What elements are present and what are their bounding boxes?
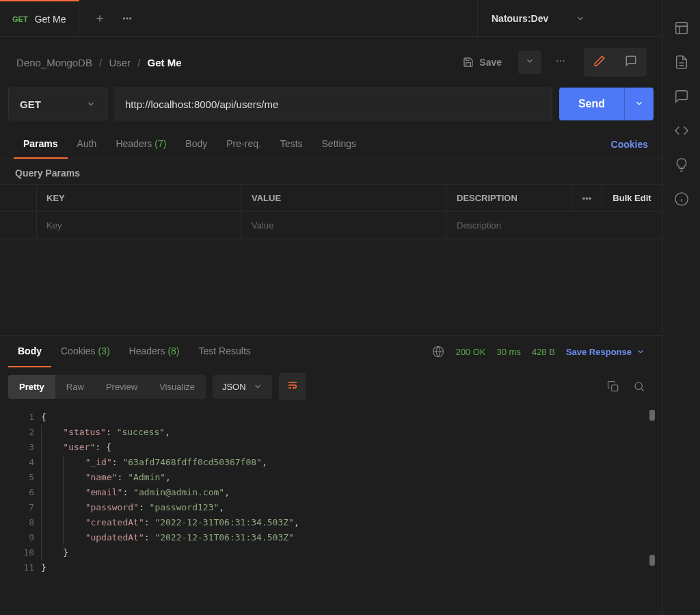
format-select[interactable]: JSON (213, 375, 272, 399)
breadcrumb-current: Get Me (148, 57, 182, 68)
param-key-input[interactable] (46, 220, 232, 231)
svg-point-1 (126, 18, 128, 19)
lightbulb-icon[interactable] (674, 157, 689, 172)
view-row: Pretty Raw Preview Visualize JSON (0, 367, 662, 406)
query-params-label: Query Params (0, 159, 662, 184)
svg-point-4 (560, 60, 561, 62)
params-table: KEY VALUE DESCRIPTION ••• Bulk Edit (0, 184, 662, 239)
send-options-button[interactable] (624, 88, 654, 120)
col-options-button[interactable]: ••• (571, 185, 602, 211)
tab-tests[interactable]: Tests (271, 130, 312, 159)
chevron-down-icon (525, 56, 535, 66)
environment-selector[interactable]: Natours:Dev (477, 0, 662, 36)
status-time: 30 ms (497, 347, 521, 357)
url-input[interactable] (125, 88, 541, 120)
breadcrumb-folder[interactable]: User (109, 57, 131, 68)
more-actions-button[interactable] (548, 50, 573, 75)
line-gutter: 1234567891011 (0, 406, 41, 615)
documentation-icon[interactable] (674, 55, 689, 70)
save-response-button[interactable]: Save Response (566, 347, 654, 357)
svg-rect-7 (612, 385, 618, 391)
code-icon[interactable] (674, 123, 689, 138)
method-select[interactable]: GET (8, 88, 107, 120)
col-value: VALUE (242, 185, 447, 211)
resp-tab-test-results[interactable]: Test Results (189, 336, 260, 367)
breadcrumb-row: Deno_MongoDB / User / Get Me Save (0, 37, 662, 88)
param-desc-input[interactable] (457, 220, 562, 231)
globe-icon[interactable] (432, 345, 444, 358)
code-content: { "status": "success", "user": { "_id": … (41, 406, 662, 615)
chevron-down-icon (576, 14, 585, 23)
env-quicklook-icon[interactable] (674, 21, 689, 36)
col-desc: DESCRIPTION (447, 185, 571, 211)
tab-params[interactable]: Params (14, 130, 68, 159)
cookies-link[interactable]: Cookies (611, 139, 648, 150)
view-visualize[interactable]: Visualize (148, 375, 206, 399)
scrollbar-thumb[interactable] (649, 410, 655, 421)
save-icon (463, 57, 474, 68)
tab-title: Get Me (35, 14, 66, 25)
tab-headers[interactable]: Headers (7) (106, 130, 176, 159)
chevron-down-icon (86, 99, 96, 109)
wrap-icon (287, 380, 298, 391)
wrap-lines-button[interactable] (279, 373, 306, 400)
bulk-edit-button[interactable]: Bulk Edit (602, 185, 662, 211)
environment-name: Natours:Dev (492, 13, 548, 24)
send-button[interactable]: Send (559, 88, 624, 120)
right-sidebar (662, 0, 700, 615)
view-pretty[interactable]: Pretty (8, 375, 55, 399)
tab-prereq[interactable]: Pre-req. (217, 130, 271, 159)
build-mode-button[interactable] (584, 48, 615, 77)
tab-options-icon[interactable] (122, 13, 133, 24)
method-label: GET (20, 99, 41, 110)
resp-tab-cookies[interactable]: Cookies (3) (51, 336, 120, 367)
copy-icon[interactable] (607, 380, 619, 393)
info-icon[interactable] (674, 192, 689, 207)
chevron-down-icon (634, 99, 644, 108)
response-tabs: Body Cookies (3) Headers (8) Test Result… (0, 335, 662, 367)
svg-point-0 (123, 18, 124, 19)
save-button[interactable]: Save (453, 51, 511, 73)
tab-auth[interactable]: Auth (68, 130, 107, 159)
view-raw[interactable]: Raw (55, 375, 95, 399)
breadcrumb-collection[interactable]: Deno_MongoDB (16, 57, 92, 68)
tab-settings[interactable]: Settings (312, 130, 366, 159)
resp-tab-headers[interactable]: Headers (8) (120, 336, 189, 367)
mode-toggle (584, 48, 647, 77)
response-body[interactable]: 1234567891011 { "status": "success", "us… (0, 406, 662, 615)
url-row: GET Send (0, 88, 662, 130)
request-tabs: Params Auth Headers (7) Body Pre-req. Te… (0, 130, 662, 159)
resp-tab-body[interactable]: Body (8, 336, 51, 367)
dots-icon (555, 55, 566, 66)
breadcrumb: Deno_MongoDB / User / Get Me (16, 57, 182, 68)
comment-mode-button[interactable] (615, 48, 647, 77)
chevron-down-icon (636, 347, 645, 356)
svg-point-3 (556, 60, 558, 62)
view-preview[interactable]: Preview (95, 375, 148, 399)
request-tab[interactable]: GET Get Me (0, 0, 79, 36)
svg-point-2 (129, 18, 131, 19)
new-tab-icon[interactable] (94, 13, 105, 24)
param-value-input[interactable] (252, 220, 437, 231)
tab-bar: GET Get Me Natours:Dev (0, 0, 662, 37)
svg-rect-9 (675, 23, 687, 34)
scrollbar-thumb[interactable] (649, 555, 655, 566)
svg-point-5 (563, 60, 565, 62)
status-size: 428 B (532, 347, 555, 357)
chevron-down-icon (253, 382, 262, 391)
comment-icon (625, 55, 637, 67)
search-icon[interactable] (633, 380, 645, 393)
col-key: KEY (37, 185, 242, 211)
tab-method-badge: GET (12, 15, 28, 23)
tab-body[interactable]: Body (176, 130, 217, 159)
comments-icon[interactable] (674, 89, 689, 104)
save-options-button[interactable] (518, 51, 541, 74)
pencil-icon (593, 55, 606, 67)
status-code: 200 OK (455, 347, 485, 357)
svg-point-8 (635, 382, 643, 390)
